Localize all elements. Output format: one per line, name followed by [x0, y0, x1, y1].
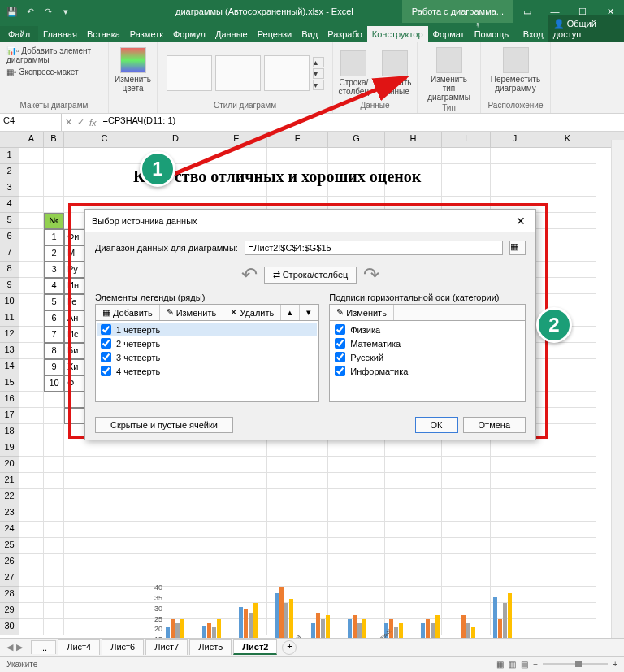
col-header-D[interactable]: D [145, 132, 206, 147]
cell[interactable] [206, 554, 267, 570]
cell[interactable]: 4 [44, 278, 64, 294]
cell[interactable] [44, 489, 64, 505]
row-header-12[interactable]: 12 [0, 327, 19, 343]
cell[interactable] [20, 229, 44, 245]
edit-series-button[interactable]: ✎ Изменить [160, 305, 224, 320]
cell[interactable] [540, 343, 596, 359]
cell[interactable] [145, 505, 206, 522]
cell[interactable] [20, 457, 44, 473]
cell[interactable] [442, 554, 491, 570]
cell[interactable] [145, 538, 206, 554]
cell[interactable] [328, 440, 385, 457]
series-checkbox[interactable] [101, 324, 111, 335]
category-checkbox[interactable] [335, 324, 345, 335]
cell[interactable] [44, 197, 64, 213]
cell[interactable] [20, 343, 44, 359]
col-header-E[interactable]: E [206, 132, 267, 147]
category-checkbox[interactable] [335, 338, 345, 349]
cell[interactable] [540, 457, 596, 473]
cell[interactable] [64, 522, 145, 538]
cell[interactable]: 5 [44, 294, 64, 310]
tab-share[interactable]: 👤 Общий доступ [548, 15, 624, 42]
cell[interactable] [540, 245, 596, 262]
cell[interactable] [385, 505, 442, 522]
row-header-24[interactable]: 24 [0, 522, 19, 538]
cell[interactable] [267, 473, 328, 489]
row-header-5[interactable]: 5 [0, 213, 19, 229]
series-checkbox[interactable] [101, 338, 111, 349]
cell[interactable] [20, 375, 44, 392]
cell[interactable] [206, 473, 267, 489]
chart-style-3[interactable] [264, 55, 310, 91]
row-header-15[interactable]: 15 [0, 375, 19, 392]
cell[interactable] [540, 164, 596, 180]
cell[interactable] [267, 554, 328, 570]
cell[interactable] [328, 554, 385, 570]
cell[interactable] [20, 310, 44, 327]
cell[interactable] [44, 148, 64, 164]
cell[interactable] [20, 522, 44, 538]
cell[interactable] [44, 180, 64, 197]
cell[interactable] [44, 408, 64, 424]
cell[interactable] [442, 164, 491, 180]
cell[interactable] [20, 505, 44, 522]
sheet-nav-next-icon[interactable]: ▶ [16, 642, 23, 652]
zoom-in-icon[interactable]: + [613, 660, 618, 669]
row-header-27[interactable]: 27 [0, 570, 19, 587]
cell[interactable] [540, 375, 596, 392]
qat-dropdown-icon[interactable]: ▾ [58, 4, 73, 19]
cell[interactable] [145, 489, 206, 505]
cell[interactable] [385, 489, 442, 505]
cell[interactable]: 10 [44, 375, 64, 392]
cell[interactable] [20, 603, 44, 619]
tab-data[interactable]: Данные [210, 26, 253, 42]
row-header-2[interactable]: 2 [0, 164, 19, 180]
move-down-icon[interactable]: ▾ [300, 305, 318, 320]
hidden-cells-button[interactable]: Скрытые и пустые ячейки [95, 417, 233, 433]
cell[interactable] [442, 522, 491, 538]
cell[interactable]: 9 [44, 359, 64, 375]
cell[interactable] [385, 440, 442, 457]
cell[interactable]: 7 [44, 327, 64, 343]
remove-series-button[interactable]: ✕ Удалить [223, 305, 281, 320]
cell[interactable] [267, 505, 328, 522]
quick-layout-button[interactable]: ▦▫ Экспресс-макет [5, 67, 80, 77]
cell[interactable]: 1 [44, 229, 64, 245]
ok-button[interactable]: ОК [415, 417, 458, 433]
cell[interactable] [64, 619, 145, 635]
col-header-H[interactable]: H [385, 132, 442, 147]
cell[interactable] [385, 522, 442, 538]
row-header-13[interactable]: 13 [0, 343, 19, 359]
row-header-21[interactable]: 21 [0, 473, 19, 489]
cell[interactable] [20, 538, 44, 554]
cell[interactable] [540, 570, 596, 587]
cell[interactable]: 6 [44, 310, 64, 327]
cell[interactable] [20, 408, 44, 424]
category-item[interactable]: Физика [332, 323, 523, 336]
page-break-view-icon[interactable]: ▤ [521, 660, 528, 669]
cell[interactable] [328, 505, 385, 522]
cell[interactable] [491, 538, 540, 554]
collapse-dialog-button[interactable]: ▦ [509, 241, 526, 255]
move-up-icon[interactable]: ▴ [281, 305, 300, 320]
cell[interactable] [206, 489, 267, 505]
cell[interactable] [20, 278, 44, 294]
tab-formulas[interactable]: Формул [168, 26, 210, 42]
cell[interactable] [20, 619, 44, 635]
sheet-tab-more[interactable]: ... [31, 640, 56, 654]
cell[interactable]: 3 [44, 262, 64, 278]
cell[interactable] [64, 587, 145, 603]
row-header-4[interactable]: 4 [0, 197, 19, 213]
vertical-scrollbar[interactable] [611, 140, 624, 638]
cell[interactable] [206, 538, 267, 554]
cell[interactable] [328, 148, 385, 164]
cell[interactable] [64, 505, 145, 522]
cell[interactable] [442, 148, 491, 164]
sheet-nav-prev-icon[interactable]: ◀ [6, 642, 13, 652]
switch-row-col-button[interactable]: Строка/столбец [336, 49, 373, 98]
cell[interactable] [385, 554, 442, 570]
cell[interactable] [20, 213, 44, 229]
category-list[interactable]: Физика Математика Русский Информатика [329, 321, 526, 402]
cell[interactable] [64, 457, 145, 473]
row-header-11[interactable]: 11 [0, 310, 19, 327]
